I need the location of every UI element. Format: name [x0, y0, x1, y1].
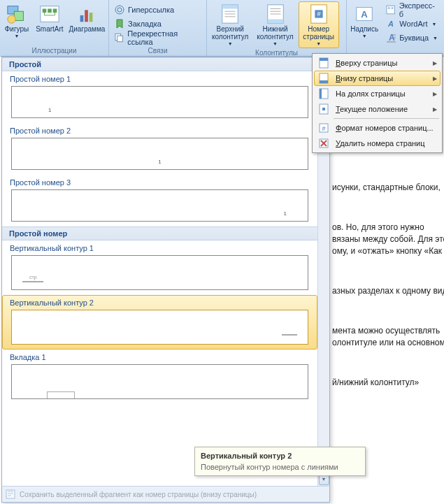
- svg-rect-4: [43, 9, 47, 13]
- page-number-button[interactable]: # Номер страницы▼: [299, 1, 339, 48]
- chevron-down-icon: ▼: [273, 41, 278, 46]
- svg-rect-3: [41, 6, 59, 22]
- hyperlink-button[interactable]: Гиперссылка: [110, 3, 205, 17]
- svg-rect-12: [117, 36, 123, 42]
- chevron-down-icon: ▼: [15, 34, 20, 38]
- chevron-right-icon: ▶: [430, 106, 440, 113]
- svg-point-2: [8, 15, 15, 23]
- svg-rect-30: [392, 7, 394, 9]
- shapes-button[interactable]: Фигуры ▼: [1, 1, 32, 41]
- svg-rect-6: [53, 9, 57, 13]
- gallery-option[interactable]: Вкладка 1: [2, 350, 317, 404]
- ribbon-group-illustrations: Фигуры ▼ SmartArt Диаграмма Иллюстрации: [0, 0, 109, 56]
- svg-rect-41: [320, 89, 322, 99]
- gallery-footer: Сохранить выделенный фрагмент как номер …: [2, 486, 329, 502]
- gallery-option[interactable]: Простой номер 3 1: [2, 175, 317, 226]
- svg-rect-37: [320, 58, 328, 61]
- svg-rect-28: [387, 6, 395, 14]
- svg-rect-9: [89, 13, 93, 22]
- menu-bottom-of-page[interactable]: Внизу страницы ▶: [314, 71, 441, 86]
- quickparts-button[interactable]: Экспресс-б: [382, 3, 441, 17]
- footer-button[interactable]: Нижний колонтитул▼: [253, 1, 296, 48]
- svg-rect-5: [48, 9, 52, 13]
- chevron-down-icon: ▼: [228, 41, 233, 46]
- tooltip-body: Повернутый контур номера с линиями: [201, 463, 359, 471]
- chevron-down-icon: ▼: [362, 34, 367, 38]
- gallery-option[interactable]: Простой номер 1 1: [2, 71, 317, 123]
- crossref-button[interactable]: Перекрестная ссылка: [110, 31, 205, 45]
- smartart-button[interactable]: SmartArt: [34, 1, 66, 35]
- menu-remove-page-numbers[interactable]: Удалить номера страниц: [314, 136, 441, 151]
- ribbon-group-links: Гиперссылка Закладка Перекрестная ссылка…: [109, 0, 207, 56]
- menu-current-position[interactable]: Текущее положение ▶: [314, 101, 441, 117]
- gallery-option-selected[interactable]: Вертикальный контур 2: [2, 295, 317, 350]
- svg-rect-29: [388, 7, 390, 9]
- svg-text:A: A: [361, 9, 368, 20]
- gallery-category-simple: Простой: [2, 57, 317, 71]
- tooltip: Вертикальный контур 2 Повернутый контур …: [194, 447, 366, 476]
- gallery-option[interactable]: Простой номер 2 1: [2, 123, 317, 175]
- svg-rect-14: [222, 5, 238, 9]
- group-label: Иллюстрации: [1, 46, 107, 56]
- chart-button[interactable]: Диаграмма: [67, 1, 107, 35]
- svg-rect-7: [80, 15, 84, 22]
- menu-format-page-numbers[interactable]: # Формат номеров страниц...: [314, 120, 441, 136]
- ribbon-group-text: A Надпись▼ Экспресс-б A WordArt▼ A Букви…: [347, 0, 443, 56]
- svg-text:A: A: [387, 20, 394, 28]
- tooltip-title: Вертикальный контур 2: [201, 452, 359, 460]
- gallery-footer-label: Сохранить выделенный фрагмент как номер …: [20, 491, 257, 498]
- svg-rect-8: [85, 10, 89, 22]
- wordart-button[interactable]: A WordArt▼: [382, 17, 441, 31]
- chevron-right-icon: ▶: [430, 91, 440, 97]
- svg-rect-43: [322, 108, 325, 110]
- menu-top-of-page[interactable]: Вверху страницы ▶: [314, 55, 441, 71]
- svg-rect-19: [267, 20, 283, 24]
- chevron-right-icon: ▶: [430, 60, 440, 66]
- gallery-option[interactable]: Вертикальный контур 1 стр: [2, 240, 317, 295]
- textbox-button[interactable]: A Надпись▼: [348, 1, 380, 41]
- svg-rect-39: [320, 80, 328, 83]
- group-label: Связи: [110, 46, 205, 56]
- page-number-menu: Вверху страницы ▶ Внизу страницы ▶ На до…: [312, 53, 443, 153]
- page-number-gallery: Простой Простой номер 1 1 Простой номер …: [1, 57, 330, 503]
- chevron-right-icon: ▶: [430, 75, 440, 82]
- svg-point-10: [115, 6, 124, 14]
- header-button[interactable]: Верхний колонтитул▼: [208, 1, 252, 48]
- menu-page-margins[interactable]: На долях страницы ▶: [314, 86, 441, 101]
- svg-text:#: #: [317, 10, 321, 17]
- dropcap-button[interactable]: A Буквица▼: [382, 31, 441, 45]
- ribbon-group-headers: Верхний колонтитул▼ Нижний колонтитул▼ #…: [207, 0, 347, 56]
- svg-text:#: #: [322, 125, 325, 132]
- chevron-down-icon: ▼: [316, 41, 321, 46]
- bookmark-button[interactable]: Закладка: [110, 17, 205, 31]
- ribbon: Фигуры ▼ SmartArt Диаграмма Иллюстрации …: [0, 0, 444, 57]
- gallery-category-simple-num: Простой номер: [2, 226, 317, 240]
